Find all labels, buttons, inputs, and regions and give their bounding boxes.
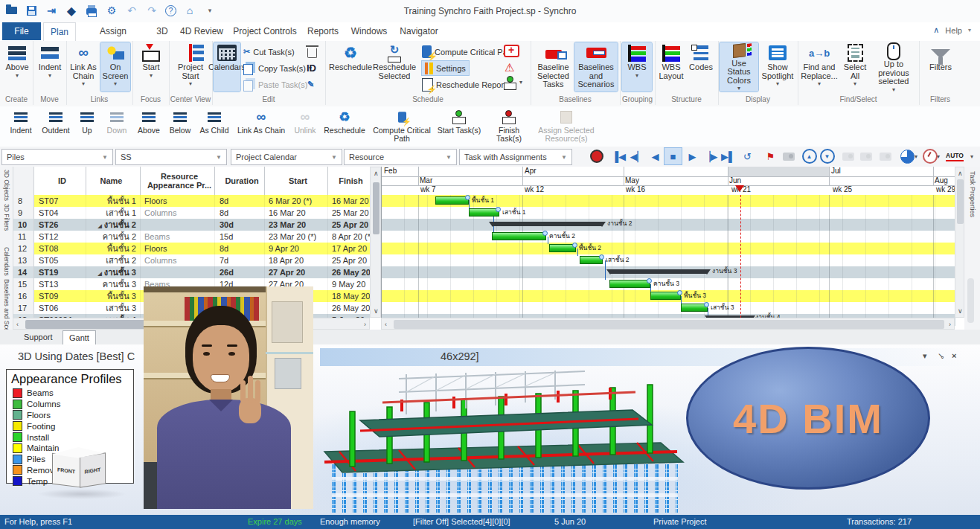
toolbar-link-as-chain-button[interactable]: ∞Link As Chain (234, 109, 289, 135)
show-spotlight-button[interactable]: Show Spotlight▾ (760, 42, 795, 92)
collapse-ribbon-icon[interactable]: ∧ (933, 25, 939, 35)
toolbar-reschedule-button[interactable]: ♻Reschedule (321, 109, 368, 135)
wbs-layout-button[interactable]: WBS Layout (656, 42, 686, 92)
health-check-button[interactable] (504, 44, 519, 58)
scroll-up-arrow[interactable]: ∧ (374, 167, 379, 179)
toolbar-below-button[interactable]: Below (165, 109, 195, 135)
find-and-replace-button[interactable]: a→b Find and Replace...▾ (799, 42, 839, 92)
toolbar-start-tasks-button[interactable]: Start Task(s) (436, 109, 482, 135)
toolbar-outdent-button[interactable]: Outdent (39, 109, 73, 135)
help-dropdown-icon[interactable]: ▾ (968, 27, 971, 33)
reschedule-selected-button[interactable]: ↻ Reschedule Selected (371, 42, 417, 92)
gantt-bar[interactable] (681, 304, 708, 312)
loop-button[interactable]: ↺ (739, 148, 756, 164)
scroll-down-selected-button[interactable]: ▼ (819, 148, 836, 164)
3d-building-model[interactable] (311, 368, 705, 514)
scroll-right-arrow[interactable]: › (949, 318, 951, 330)
paste-tasks-button[interactable]: Paste Task(s)▾ (243, 77, 313, 92)
task-status-button[interactable]: ▾ (504, 75, 522, 89)
tab-windows[interactable]: Windows (347, 22, 391, 40)
col-finish[interactable]: Finish (328, 167, 371, 195)
scroll-down-arrow[interactable]: ∨ (374, 305, 379, 317)
toolbar-assign-selected-resources-button[interactable]: Assign Selected Resource(s) (534, 109, 598, 143)
filters-button[interactable]: Filters (926, 42, 955, 92)
table-row[interactable]: 8ST07พื้นชั้น 1Floors8d6 Mar 20 (*)16 Ma… (13, 195, 371, 207)
toolbar-indent-button[interactable]: Indent (6, 109, 36, 135)
baselines-and-scenarios-button[interactable]: Baselines and Scenarios (574, 42, 618, 92)
table-row[interactable]: 9ST04เสาชั้น 1Columns8d16 Mar 2025 Mar 2… (13, 207, 371, 219)
col-duration[interactable]: Duration (215, 167, 265, 195)
col-resource[interactable]: Resource Appearance Pr... (141, 167, 215, 195)
link-as-chain-button[interactable]: ∞ Link As Chain▾ (68, 42, 99, 92)
table-row[interactable]: 12ST08พื้นชั้น 2Floors8d9 Apr 2017 Apr 2… (13, 243, 371, 254)
camera-1-button[interactable] (839, 148, 856, 164)
camera-2-button[interactable] (857, 148, 874, 164)
sidebar-tab-3d-objects[interactable]: 3D Objects (3, 170, 10, 201)
codes-button[interactable]: Codes (686, 42, 716, 92)
compute-critical-path-button[interactable]: Compute Critical Path (422, 45, 514, 59)
focus-time-button[interactable]: ⚑ (762, 148, 779, 164)
tab-4d-review[interactable]: 4D Review (177, 22, 226, 40)
table-row[interactable]: 10ST26◢งานชั้น 230d23 Mar 2025 Apr 20 (13, 219, 371, 231)
step-back-button[interactable]: ◀▏ (629, 148, 646, 164)
delete-tasks-button[interactable] (307, 44, 317, 58)
cube-front-face[interactable]: FRONT (52, 453, 80, 488)
tab-project-controls[interactable]: Project Controls (229, 22, 301, 40)
filter-dropdown-resource[interactable]: Resource▼ (344, 149, 457, 165)
gantt-horizontal-scrollbar[interactable]: ‹ › (381, 318, 955, 330)
tab-assign-resources[interactable]: Assign Resources (77, 22, 149, 40)
skip-to-end-button[interactable]: ▶▌ (720, 148, 737, 164)
right-strip-scrollbar[interactable] (967, 278, 974, 323)
scroll-up-selected-button[interactable]: ▲ (801, 148, 818, 164)
filter-dropdown-piles[interactable]: Piles▼ (1, 149, 113, 165)
step-forward-button[interactable]: ▕▶ (702, 148, 719, 164)
toolbar-as-child-button[interactable]: As Child (196, 109, 232, 135)
gantt-vertical-scrollbar[interactable]: ∧ ∨ (955, 167, 964, 318)
more-playback-options[interactable]: ▾ (967, 148, 976, 164)
sidebar-tab-3d-filters[interactable]: 3D Filters (3, 204, 10, 231)
renumber-id-button[interactable]: ID (307, 61, 316, 75)
tab-file[interactable]: File (2, 22, 41, 40)
calendars-button[interactable]: Calendars (214, 42, 240, 92)
col-start[interactable]: Start (265, 167, 328, 195)
spotlight-camera-button[interactable] (877, 148, 894, 164)
play-button[interactable]: ▶ (684, 148, 701, 164)
cube-right-face[interactable]: RIGHT (80, 452, 106, 488)
pane-tab-gantt[interactable]: Gantt (63, 330, 96, 344)
viewport-dropdown-icon[interactable]: ▾ (923, 351, 927, 361)
gantt-bar[interactable] (492, 232, 546, 240)
table-vertical-scrollbar[interactable]: ∧ ∨ (370, 167, 381, 318)
toolbar-unlink-button[interactable]: ∞Unlink (290, 109, 320, 135)
focus-start-button[interactable]: Start▾ (138, 42, 164, 92)
col-id[interactable]: ID (34, 167, 86, 195)
gantt-summary-bar[interactable] (609, 269, 708, 274)
tab-plan[interactable]: Plan (43, 22, 76, 41)
scroll-right-arrow[interactable]: › (364, 318, 366, 330)
tab-reports[interactable]: Reports (302, 22, 344, 40)
toolbar-compute-critical-path-button[interactable]: Compute Critical Path (371, 109, 433, 143)
gantt-summary-bar[interactable] (492, 222, 603, 226)
close-icon[interactable]: × (952, 351, 956, 360)
use-status-colors-button[interactable]: Use Status Colors▾ (720, 42, 758, 92)
auto-button[interactable]: AUTO (944, 148, 966, 164)
stop-button[interactable]: ■ (664, 148, 682, 164)
gantt-bar[interactable] (580, 256, 603, 264)
clapperboard-button[interactable] (780, 148, 797, 164)
toolbar-above-button[interactable]: Above (134, 109, 164, 135)
play-backward-button[interactable]: ◀ (647, 148, 664, 164)
gantt-bar[interactable] (549, 244, 576, 252)
view-cube[interactable]: FRONT RIGHT (49, 447, 113, 499)
reschedule-report-button[interactable]: Reschedule Report (422, 77, 506, 92)
filter-dropdown-ss[interactable]: SS▼ (115, 149, 227, 165)
webcam-overlay[interactable] (144, 286, 313, 509)
above-button[interactable]: Above▾ (4, 42, 30, 92)
table-row[interactable]: 13ST05เสาชั้น 2Columns7d18 Apr 2025 Apr … (13, 254, 371, 266)
time-pie-dropdown[interactable]: ▾ (912, 148, 920, 164)
scroll-up-arrow[interactable]: ∧ (958, 167, 963, 179)
filter-dropdown-task-with-assignments[interactable]: Task with Assignments▼ (459, 149, 572, 165)
cut-tasks-button[interactable]: ✂ Cut Task(s) (243, 45, 295, 59)
speed-gauge-dropdown[interactable]: ▾ (935, 148, 942, 164)
scroll-down-arrow[interactable]: ∨ (958, 305, 963, 317)
gantt-bar[interactable] (469, 208, 499, 217)
on-screen-button[interactable]: On Screen▾ (100, 42, 130, 92)
